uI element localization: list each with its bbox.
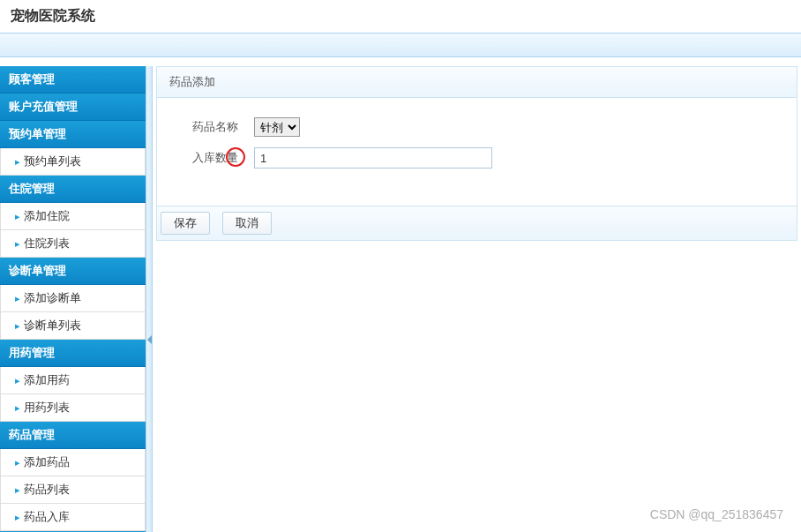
save-button[interactable]: 保存 (161, 212, 210, 235)
button-bar: 保存 取消 (157, 206, 797, 240)
sidebar-item-medication-list[interactable]: ▸用药列表 (0, 394, 146, 422)
panel-title: 药品添加 (157, 67, 797, 98)
stock-qty-label: 入库数量 (175, 150, 254, 166)
arrow-icon: ▸ (15, 238, 20, 249)
sidebar-section-recharge[interactable]: 账户充值管理 (0, 94, 146, 121)
sidebar-section-appointment[interactable]: 预约单管理 (0, 121, 146, 148)
sidebar-item-add-hospitalization[interactable]: ▸添加住院 (0, 203, 146, 230)
arrow-icon: ▸ (15, 457, 20, 468)
sidebar-item-add-drug[interactable]: ▸添加药品 (0, 449, 146, 476)
sidebar-section-hospitalization[interactable]: 住院管理 (0, 176, 146, 203)
app-header: 宠物医院系统 (0, 0, 801, 33)
stock-qty-input[interactable] (254, 147, 492, 169)
sidebar-item-appointment-list[interactable]: ▸预约单列表 (0, 148, 146, 176)
panel-body: 药品名称 针剂 入库数量 (157, 98, 797, 206)
arrow-icon: ▸ (15, 293, 20, 303)
sidebar-item-drug-stock[interactable]: ▸药品入库 (0, 504, 146, 531)
sidebar-item-drug-list[interactable]: ▸药品列表 (0, 476, 146, 504)
watermark-text: CSDN @qq_251836457 (650, 507, 783, 521)
sidebar: 顾客管理 账户充值管理 预约单管理 ▸预约单列表 住院管理 ▸添加住院 ▸住院列… (0, 66, 146, 532)
drug-name-label: 药品名称 (175, 119, 254, 135)
form-panel: 药品添加 药品名称 针剂 入库数量 保存 取消 (156, 66, 797, 241)
sidebar-item-add-diagnosis[interactable]: ▸添加诊断单 (0, 285, 146, 312)
arrow-icon: ▸ (15, 512, 20, 522)
top-toolbar (0, 33, 801, 57)
drug-name-select[interactable]: 针剂 (254, 117, 300, 137)
main-container: 顾客管理 账户充值管理 预约单管理 ▸预约单列表 住院管理 ▸添加住院 ▸住院列… (0, 66, 801, 532)
sidebar-section-customer[interactable]: 顾客管理 (0, 66, 146, 94)
sidebar-section-medication[interactable]: 用药管理 (0, 340, 146, 367)
form-row-name: 药品名称 针剂 (175, 117, 779, 137)
cancel-button[interactable]: 取消 (222, 212, 272, 235)
arrow-icon: ▸ (15, 211, 20, 221)
splitter-handle[interactable] (146, 66, 153, 532)
sidebar-item-add-medication[interactable]: ▸添加用药 (0, 367, 146, 394)
sidebar-item-diagnosis-list[interactable]: ▸诊断单列表 (0, 312, 146, 340)
arrow-icon: ▸ (15, 484, 20, 495)
arrow-icon: ▸ (15, 375, 20, 386)
arrow-icon: ▸ (15, 156, 20, 167)
arrow-icon: ▸ (15, 320, 20, 331)
app-title: 宠物医院系统 (11, 7, 790, 26)
arrow-icon: ▸ (15, 402, 20, 413)
sidebar-item-hospitalization-list[interactable]: ▸住院列表 (0, 230, 146, 258)
sidebar-section-diagnosis[interactable]: 诊断单管理 (0, 258, 146, 285)
main-content: 药品添加 药品名称 针剂 入库数量 保存 取消 (153, 66, 801, 532)
sidebar-section-drug[interactable]: 药品管理 (0, 422, 146, 449)
form-row-qty: 入库数量 (175, 147, 779, 169)
